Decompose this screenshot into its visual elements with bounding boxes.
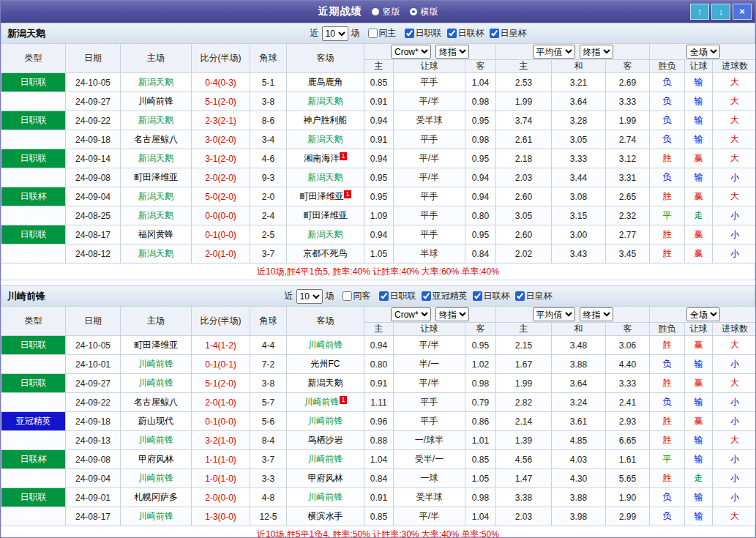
score-link[interactable]: 2-0(0-0) [205, 493, 236, 503]
league-filter[interactable]: 日职联 [379, 290, 416, 302]
team-link[interactable]: 川崎前锋 [138, 473, 173, 483]
score-link[interactable]: 5-1(2-0) [205, 378, 236, 389]
same-venue-checkbox[interactable] [368, 29, 378, 38]
team-link[interactable]: 新潟天鹅 [138, 153, 173, 163]
team-link[interactable]: 蔚山现代 [138, 416, 173, 426]
team-link[interactable]: 新潟天鹅 [138, 191, 173, 201]
team-link[interactable]: 川崎前锋 [138, 435, 173, 445]
recent-count-select[interactable]: 10 [296, 289, 323, 304]
team-link[interactable]: 鸟栖沙岩 [308, 435, 343, 445]
team-link[interactable]: 川崎前锋 [138, 378, 173, 388]
team-link[interactable]: 新潟天鹅 [308, 229, 343, 239]
league-filter-checkbox[interactable] [379, 291, 389, 301]
team-link[interactable]: 町田泽维亚 [304, 210, 348, 220]
score-link[interactable]: 0-4(0-3) [205, 78, 236, 88]
corners-cell: 8-4 [250, 431, 287, 450]
team-link[interactable]: 新潟天鹅 [138, 115, 173, 125]
team-link[interactable]: 新潟天鹅 [138, 77, 173, 87]
team-link[interactable]: 甲府风林 [138, 454, 173, 464]
team-link[interactable]: 名古屋鲸八 [134, 134, 178, 144]
score-link[interactable]: 2-0(2-0) [205, 173, 236, 183]
score-link[interactable]: 1-1(1-0) [205, 455, 236, 465]
team-link[interactable]: 川崎前锋 [308, 340, 343, 350]
score-link[interactable]: 3-1(2-0) [205, 154, 236, 164]
league-filter[interactable]: 日皇杯 [490, 27, 527, 40]
league-filter[interactable]: 日皇杯 [515, 290, 553, 302]
score-link[interactable]: 1-3(0-0) [205, 512, 236, 522]
score-link[interactable]: 0-1(0-0) [205, 416, 236, 427]
team-link[interactable]: 川崎前锋 [138, 511, 173, 521]
match-row: 日联杯24-09-04新潟天鹅5-0(2-0)2-0町田泽维亚10.95平手0.… [1, 187, 756, 206]
asia-stage-select[interactable]: 终指 [435, 307, 469, 321]
team-link[interactable]: 新潟天鹅 [308, 134, 343, 144]
asia-stage-select[interactable]: 终指 [435, 45, 469, 59]
euro-source-select[interactable]: 平均值 [533, 307, 575, 321]
league-filter-checkbox[interactable] [515, 291, 525, 301]
score-link[interactable]: 3-0(2-0) [205, 135, 236, 145]
score-link[interactable]: 1-0(1-0) [205, 474, 236, 484]
move-down-button[interactable]: ↓ [711, 4, 730, 20]
same-venue-filter[interactable]: 同主 [368, 27, 397, 40]
bookmaker-select[interactable]: Crow* [391, 45, 431, 59]
team-link[interactable]: 横滨水手 [308, 511, 343, 521]
result-outcome: 负 [650, 73, 685, 92]
league-filter[interactable]: 亚冠精英 [422, 290, 468, 302]
team-link[interactable]: 川崎前锋 [138, 96, 173, 106]
score-link[interactable]: 5-1(2-0) [205, 97, 236, 107]
league-filter[interactable]: 日联杯 [473, 290, 510, 302]
score-link[interactable]: 0-0(0-0) [205, 211, 236, 221]
score-link[interactable]: 5-0(2-0) [205, 192, 236, 202]
euro-stage-select[interactable]: 终指 [580, 307, 613, 321]
team-link[interactable]: 新潟天鹅 [308, 378, 343, 388]
recent-count-select[interactable]: 10 [322, 26, 348, 41]
team-link[interactable]: 福冈黄蜂 [138, 229, 173, 239]
period-select[interactable]: 全场 [686, 307, 720, 321]
score-link[interactable]: 2-3(2-1) [205, 116, 236, 126]
team-link[interactable]: 川崎前锋 [308, 492, 343, 502]
team-link[interactable]: 川崎前锋 [304, 397, 339, 407]
league-type-cell: 日职联 [1, 507, 66, 526]
score-link[interactable]: 0-1(0-0) [205, 230, 236, 240]
league-filter-checkbox[interactable] [447, 29, 457, 38]
league-filter-checkbox[interactable] [422, 291, 431, 301]
league-filter[interactable]: 日职联 [405, 27, 442, 40]
score-cell: 2-0(2-0) [192, 168, 250, 187]
score-link[interactable]: 2-0(1-0) [205, 249, 236, 259]
team-link[interactable]: 川崎前锋 [308, 454, 343, 464]
team-link[interactable]: 札幌冈萨多 [134, 492, 178, 502]
bookmaker-select[interactable]: Crow* [391, 307, 431, 321]
team-link[interactable]: 町田泽维亚 [134, 340, 178, 350]
euro-source-select[interactable]: 平均值 [533, 45, 575, 59]
team-link[interactable]: 新潟天鹅 [138, 210, 173, 220]
team-link[interactable]: 鹿岛鹿角 [308, 77, 343, 87]
score-link[interactable]: 2-0(1-0) [205, 397, 236, 408]
league-filter[interactable]: 日联杯 [447, 27, 484, 40]
layout-option-vertical[interactable]: 竖版 [371, 6, 400, 18]
move-up-button[interactable]: ↑ [690, 4, 709, 20]
score-link[interactable]: 3-2(1-0) [205, 436, 236, 446]
team-link[interactable]: 川崎前锋 [308, 416, 343, 426]
period-select[interactable]: 全场 [686, 45, 720, 59]
same-venue-checkbox[interactable] [343, 291, 352, 301]
team-link[interactable]: 京都不死鸟 [304, 248, 348, 258]
score-link[interactable]: 1-4(1-2) [205, 340, 236, 351]
same-venue-filter[interactable]: 同客 [343, 290, 371, 302]
team-link[interactable]: 川崎前锋 [138, 359, 173, 369]
team-link[interactable]: 名古屋鲸八 [134, 397, 178, 407]
layout-option-horizontal[interactable]: 横版 [409, 6, 438, 18]
team-link[interactable]: 新潟天鹅 [308, 172, 343, 182]
score-link[interactable]: 0-1(0-1) [205, 359, 236, 370]
team-link[interactable]: 光州FC [311, 359, 340, 369]
team-link[interactable]: 湘南海洋 [304, 153, 339, 163]
league-filter-checkbox[interactable] [405, 29, 414, 38]
close-button[interactable]: × [733, 4, 752, 20]
team-link[interactable]: 町田泽维亚 [299, 191, 343, 201]
team-link[interactable]: 新潟天鹅 [308, 96, 343, 106]
league-filter-checkbox[interactable] [490, 29, 499, 38]
team-link[interactable]: 甲府风林 [308, 473, 343, 483]
team-link[interactable]: 神户胜利船 [304, 115, 348, 125]
team-link[interactable]: 町田泽维亚 [134, 172, 178, 182]
league-filter-checkbox[interactable] [473, 291, 482, 301]
euro-stage-select[interactable]: 终指 [580, 45, 613, 59]
team-link[interactable]: 新潟天鹅 [138, 248, 173, 258]
